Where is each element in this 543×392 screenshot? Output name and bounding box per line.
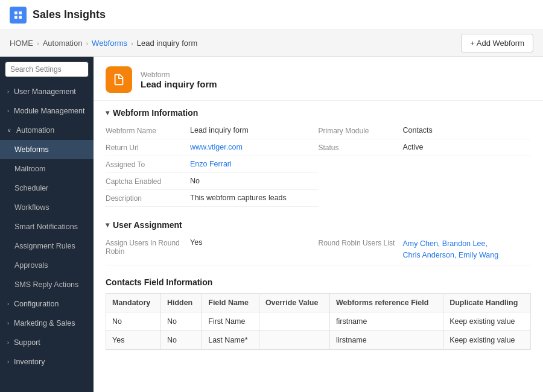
sidebar-label: Marketing & Sales xyxy=(14,319,75,327)
sidebar-search-container xyxy=(0,57,94,82)
webform-icon xyxy=(106,66,132,93)
sidebar-item-sms-reply-actions[interactable]: SMS Reply Actions xyxy=(0,275,94,294)
contacts-field-section: Contacts Field Information Mandatory Hid… xyxy=(94,271,543,362)
user-assignment-section: ▾ User Assignment Assign Users In Round … xyxy=(94,213,543,271)
collapse-icon: ▾ xyxy=(106,221,109,229)
section-title: Webform Information xyxy=(113,108,198,118)
sidebar-label: SMS Reply Actions xyxy=(14,280,78,289)
webform-info-header[interactable]: ▾ Webform Information xyxy=(106,101,531,122)
add-webform-button[interactable]: + Add Webform xyxy=(461,34,533,52)
info-row-captcha: Captcha Enabled No xyxy=(106,173,319,190)
breadcrumb-home[interactable]: HOME xyxy=(10,39,33,48)
breadcrumb-sep-2: › xyxy=(86,40,88,47)
sidebar-item-scheduler[interactable]: Scheduler xyxy=(0,179,94,198)
webform-info-grid: Webform Name Lead inquiry form Return Ur… xyxy=(106,122,531,207)
sidebar-item-support[interactable]: › Support xyxy=(0,333,94,352)
assign-left: Assign Users In Round Robin Yes xyxy=(106,238,319,261)
col-hidden: Hidden xyxy=(160,293,202,312)
breadcrumb-bar: HOME › Automation › Webforms › Lead inqu… xyxy=(0,30,543,57)
info-row-return-url: Return Url www.vtiger.com xyxy=(106,139,319,156)
sidebar-item-inventory[interactable]: › Inventory xyxy=(0,352,94,371)
field-value: No xyxy=(190,177,200,185)
robin-label: Round Robin Users List xyxy=(319,238,403,247)
cell-field-name: Last Name* xyxy=(202,330,259,349)
sidebar-label: Mailroom xyxy=(14,165,45,173)
field-value: Lead inquiry form xyxy=(190,126,249,134)
field-label: Primary Module xyxy=(319,126,403,135)
sidebar-item-workflows[interactable]: Workflows xyxy=(0,198,94,217)
table-row: No No First Name firstname Keep existing… xyxy=(106,312,531,330)
sidebar-item-automation[interactable]: ∨ Automation xyxy=(0,121,94,140)
search-input[interactable] xyxy=(5,62,89,77)
field-value: This webform captures leads xyxy=(190,194,287,202)
field-value-person[interactable]: Enzo Ferrari xyxy=(190,160,232,168)
sidebar-label: Approvals xyxy=(14,261,48,270)
sidebar-label: Webforms xyxy=(14,145,49,154)
cell-reference-field: lirstname xyxy=(330,330,443,349)
webform-name: Lead inquiry form xyxy=(141,79,217,89)
sidebar-item-module-management[interactable]: › Module Management xyxy=(0,101,94,121)
sidebar-label: Module Management xyxy=(14,107,84,115)
field-label: Return Url xyxy=(106,143,190,152)
sidebar-item-assignment-rules[interactable]: Assignment Rules xyxy=(0,236,94,256)
table-row: Yes No Last Name* lirstname Keep existin… xyxy=(106,330,531,349)
sidebar-label: Support xyxy=(14,338,40,347)
main-layout: › User Management › Module Management ∨ … xyxy=(0,57,543,392)
cell-override-value xyxy=(259,312,329,330)
svg-rect-1 xyxy=(19,11,22,14)
sidebar-item-webforms[interactable]: Webforms xyxy=(0,140,94,159)
info-row-primary-module: Primary Module Contacts xyxy=(319,122,532,139)
cell-field-name: First Name xyxy=(202,312,259,330)
sidebar-label: Scheduler xyxy=(14,184,48,192)
chevron-icon: › xyxy=(7,108,9,114)
chevron-icon: ∨ xyxy=(7,127,11,133)
cell-mandatory: No xyxy=(106,312,161,330)
assign-right: Round Robin Users List Amy Chen, Brandon… xyxy=(319,238,532,261)
field-label: Description xyxy=(106,194,190,203)
table-title: Contacts Field Information xyxy=(106,277,531,287)
cell-duplicate-handling: Keep existing value xyxy=(443,312,531,330)
field-value: Active xyxy=(403,143,424,151)
sidebar-label: Inventory xyxy=(14,358,45,366)
info-col-left: Webform Name Lead inquiry form Return Ur… xyxy=(106,122,319,207)
user-assignment-header[interactable]: ▾ User Assignment xyxy=(106,213,531,235)
chevron-icon: › xyxy=(7,301,9,307)
field-label: Captcha Enabled xyxy=(106,177,190,186)
webform-title-group: Webform Lead inquiry form xyxy=(141,71,217,89)
sidebar-item-marketing-sales[interactable]: › Marketing & Sales xyxy=(0,314,94,333)
field-value-link[interactable]: www.vtiger.com xyxy=(190,143,243,151)
section-title: User Assignment xyxy=(113,220,182,230)
breadcrumb-webforms[interactable]: Webforms xyxy=(92,39,127,48)
svg-rect-3 xyxy=(19,16,22,19)
webform-label: Webform xyxy=(141,71,217,79)
chevron-icon: › xyxy=(7,89,9,95)
sidebar-item-mailroom[interactable]: Mailroom xyxy=(0,159,94,179)
info-row-assigned-to: Assigned To Enzo Ferrari xyxy=(106,156,319,173)
cell-duplicate-handling: Keep existing value xyxy=(443,330,531,349)
sidebar-item-approvals[interactable]: Approvals xyxy=(0,256,94,275)
cell-hidden: No xyxy=(160,330,202,349)
svg-rect-0 xyxy=(14,11,17,14)
field-label: Status xyxy=(319,143,403,152)
chevron-icon: › xyxy=(7,340,9,346)
cell-reference-field: firstname xyxy=(330,312,443,330)
svg-rect-2 xyxy=(14,16,17,19)
info-row-status: Status Active xyxy=(319,139,532,156)
sidebar-item-user-management[interactable]: › User Management xyxy=(0,82,94,101)
sidebar-item-configuration[interactable]: › Configuration xyxy=(0,294,94,314)
sidebar-label: Assignment Rules xyxy=(14,242,75,250)
sidebar-label: Configuration xyxy=(14,300,59,308)
assign-label: Assign Users In Round Robin xyxy=(106,238,190,256)
sidebar-label: Workflows xyxy=(14,203,49,212)
assignment-row: Assign Users In Round Robin Yes Round Ro… xyxy=(106,235,531,265)
cell-mandatory: Yes xyxy=(106,330,161,349)
chevron-icon: › xyxy=(7,359,9,365)
breadcrumb-automation[interactable]: Automation xyxy=(43,39,83,48)
collapse-icon: ▾ xyxy=(106,109,109,117)
sidebar-item-smart-notifications[interactable]: Smart Notifications xyxy=(0,217,94,236)
top-header: Sales Insights xyxy=(0,0,543,30)
info-row-description: Description This webform captures leads xyxy=(106,190,319,207)
sidebar-label: Automation xyxy=(16,126,54,134)
breadcrumb-sep-1: › xyxy=(37,40,39,47)
sidebar: › User Management › Module Management ∨ … xyxy=(0,57,94,392)
